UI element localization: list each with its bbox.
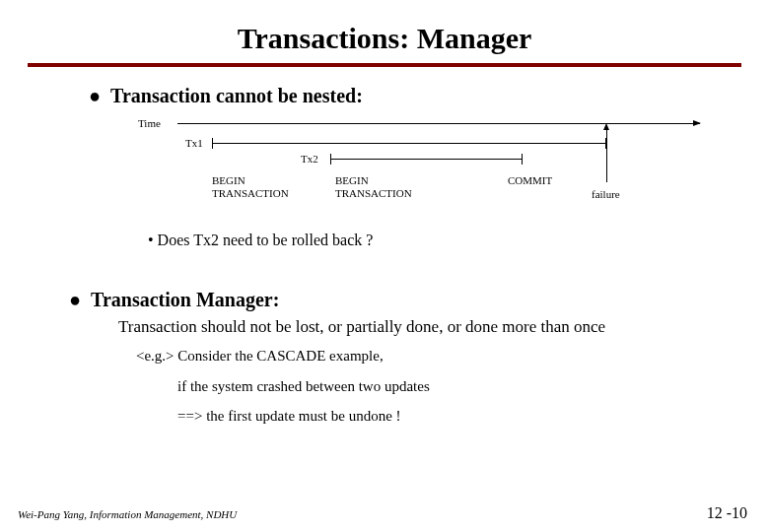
manager-description: Transaction should not be lost, or parti… bbox=[118, 317, 710, 337]
failure-line bbox=[606, 129, 607, 182]
bullet-icon: ● bbox=[89, 86, 101, 105]
tx1-line bbox=[212, 143, 606, 144]
page-number: 12 -10 bbox=[707, 504, 747, 522]
bullet-manager-text: Transaction Manager: bbox=[91, 289, 279, 311]
time-label: Time bbox=[138, 117, 161, 129]
begin-tx1-label: BEGIN TRANSACTION bbox=[212, 174, 289, 200]
commit-label: COMMIT bbox=[508, 174, 552, 187]
bullet-manager: ● Transaction Manager: bbox=[69, 289, 710, 311]
content-area: ● Transaction cannot be nested: Time Tx1… bbox=[0, 85, 769, 428]
bullet-icon: ● bbox=[69, 290, 81, 309]
bullet-nested: ● Transaction cannot be nested: bbox=[89, 85, 710, 107]
example-line3: ==> the first update must be undone ! bbox=[177, 405, 710, 428]
example-line2: if the system crashed between two update… bbox=[177, 375, 710, 398]
begin-tx2-label: BEGIN TRANSACTION bbox=[335, 174, 412, 200]
bullet-nested-text: Transaction cannot be nested: bbox=[110, 85, 363, 107]
failure-label: failure bbox=[592, 188, 620, 201]
example-line1: <e.g.> Consider the CASCADE example, bbox=[136, 345, 710, 367]
failure-arrow-icon bbox=[603, 123, 609, 130]
rollback-question: • Does Tx2 need to be rolled back ? bbox=[148, 232, 710, 249]
timeline-diagram: Time Tx1 Tx2 BEGIN TRANSACTION BEGIN TRA… bbox=[138, 113, 710, 232]
tx1-label: Tx1 bbox=[185, 137, 203, 149]
time-arrow bbox=[177, 123, 700, 124]
slide-title: Transactions: Manager bbox=[0, 0, 769, 63]
footer-text: Wei-Pang Yang, Information Management, N… bbox=[18, 508, 237, 520]
tx2-line bbox=[330, 159, 523, 160]
title-rule bbox=[28, 63, 741, 67]
tx2-label: Tx2 bbox=[301, 153, 318, 165]
